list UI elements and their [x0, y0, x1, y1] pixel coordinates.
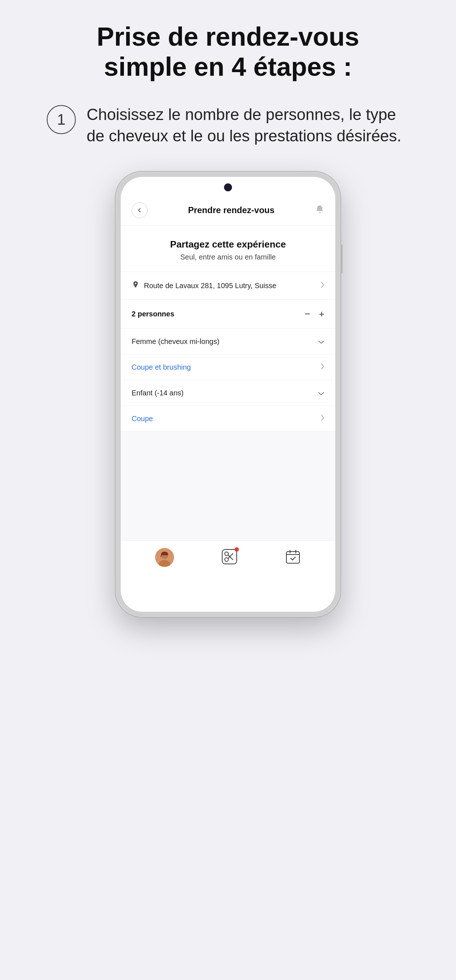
step-number: 1 — [47, 105, 76, 134]
location-chevron-right-icon — [321, 281, 324, 290]
person2-service-row[interactable]: Coupe — [121, 406, 335, 432]
person1-service-label: Coupe et brushing — [132, 363, 191, 371]
person1-hair-type-label: Femme (cheveux mi-longs) — [132, 337, 219, 346]
header-title: Prendre rendez-vous — [188, 205, 275, 215]
nav-scissors-item[interactable] — [222, 549, 238, 566]
hero-title: Partagez cette expérience — [132, 239, 324, 250]
bottom-nav — [121, 540, 335, 578]
step-description: Choisissez le nombre de personnes, le ty… — [87, 103, 409, 147]
persons-label: 2 personnes — [132, 310, 174, 318]
person2-service-label: Coupe — [132, 415, 153, 423]
app-screen: Prendre rendez-vous Partagez cette expér… — [121, 177, 335, 612]
person2-hair-type-row[interactable]: Enfant (-14 ans) — [121, 380, 335, 406]
nav-profile-item[interactable] — [155, 548, 174, 567]
phone-camera — [224, 183, 232, 191]
step-row: 1 Choisissez le nombre de personnes, le … — [47, 103, 409, 147]
persons-controls: − + — [305, 309, 324, 320]
person2-hair-chevron-down-icon — [318, 388, 324, 398]
person1-hair-chevron-down-icon — [318, 337, 324, 346]
phone-inner: Prendre rendez-vous Partagez cette expér… — [121, 177, 335, 612]
person1-service-row[interactable]: Coupe et brushing — [121, 355, 335, 380]
phone-wrapper: Prendre rendez-vous Partagez cette expér… — [14, 172, 442, 617]
persons-minus-button[interactable]: − — [305, 309, 310, 320]
location-pin-icon — [132, 280, 140, 291]
phone-outer: Prendre rendez-vous Partagez cette expér… — [116, 172, 340, 617]
app-hero-section: Partagez cette expérience Seul, entre am… — [121, 226, 335, 272]
person2-hair-type-label: Enfant (-14 ans) — [132, 389, 183, 397]
person2-service-chevron-right-icon — [321, 414, 324, 423]
scissors-badge — [234, 547, 239, 552]
person1-hair-type-row[interactable]: Femme (cheveux mi-longs) — [121, 329, 335, 355]
hero-subtitle: Seul, entre amis ou en famille — [132, 253, 324, 261]
page-main-title: Prise de rendez-vous simple en 4 étapes … — [65, 22, 391, 82]
location-row[interactable]: Route de Lavaux 281, 1095 Lutry, Suisse — [121, 272, 335, 300]
location-left: Route de Lavaux 281, 1095 Lutry, Suisse — [132, 280, 276, 291]
nav-calendar-item[interactable] — [285, 549, 301, 566]
nav-avatar — [155, 548, 174, 567]
person1-service-chevron-right-icon — [321, 363, 324, 372]
back-button[interactable] — [132, 202, 148, 218]
persons-row: 2 personnes − + — [121, 300, 335, 329]
empty-content-area — [121, 432, 335, 540]
app-header: Prendre rendez-vous — [121, 199, 335, 226]
persons-plus-button[interactable]: + — [319, 309, 324, 320]
bell-icon[interactable] — [315, 204, 324, 216]
svg-rect-8 — [286, 552, 300, 563]
location-address: Route de Lavaux 281, 1095 Lutry, Suisse — [144, 282, 276, 290]
